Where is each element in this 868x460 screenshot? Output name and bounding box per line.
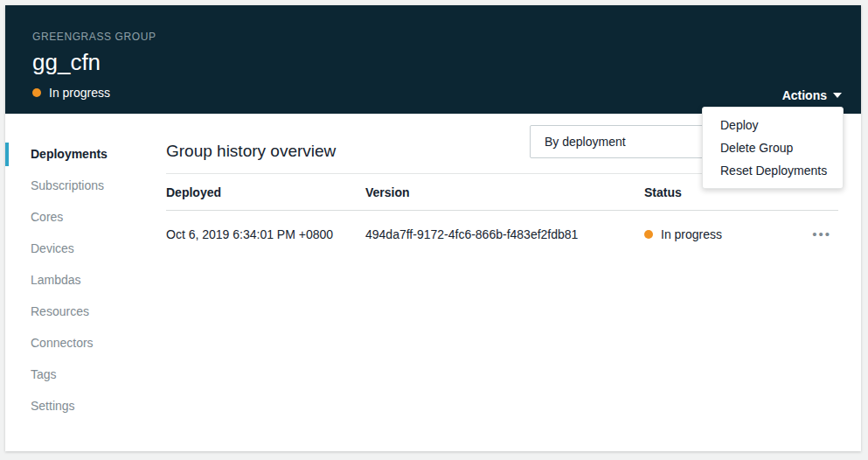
history-filter-select[interactable]: By deployment: [530, 125, 705, 158]
sidebar-item-resources[interactable]: Resources: [5, 296, 166, 327]
cell-deployed: Oct 6, 2019 6:34:01 PM +0800: [166, 227, 365, 241]
table-row: Oct 6, 2019 6:34:01 PM +0800 494da7ff-91…: [166, 211, 838, 241]
sidebar-item-tags[interactable]: Tags: [5, 359, 166, 390]
sidebar-item-cores[interactable]: Cores: [5, 201, 166, 233]
sidebar-item-devices[interactable]: Devices: [5, 233, 166, 264]
sidebar-nav: Deployments Subscriptions Cores Devices …: [5, 114, 166, 451]
sidebar-item-connectors[interactable]: Connectors: [5, 327, 166, 359]
page-title: gg_cfn: [32, 49, 861, 76]
sidebar-item-deployments[interactable]: Deployments: [5, 138, 166, 170]
actions-button-label: Actions: [782, 88, 827, 102]
cell-status: In progress •••: [644, 227, 838, 241]
menu-item-reset-deployments[interactable]: Reset Deployments: [703, 159, 843, 182]
sidebar-item-settings[interactable]: Settings: [5, 390, 166, 422]
group-status: In progress: [32, 86, 861, 100]
app-card: GREENGRASS GROUP gg_cfn In progress Acti…: [5, 5, 861, 451]
status-label: In progress: [49, 86, 110, 100]
ellipsis-icon[interactable]: •••: [812, 230, 838, 239]
sidebar-item-subscriptions[interactable]: Subscriptions: [5, 170, 166, 201]
actions-dropdown-menu: Deploy Delete Group Reset Deployments: [702, 107, 844, 189]
history-filter-value: By deployment: [545, 135, 626, 149]
column-header-version: Version: [365, 185, 644, 199]
group-type-label: GREENGRASS GROUP: [32, 31, 861, 43]
menu-item-delete-group[interactable]: Delete Group: [703, 136, 843, 159]
caret-down-icon: [833, 93, 842, 98]
sidebar-item-lambdas[interactable]: Lambdas: [5, 264, 166, 296]
actions-button[interactable]: Actions: [782, 88, 842, 102]
group-header: GREENGRASS GROUP gg_cfn In progress Acti…: [5, 5, 861, 114]
status-dot-icon: [644, 230, 653, 239]
cell-version: 494da7ff-9172-4fc6-866b-f483ef2fdb81: [365, 227, 644, 241]
status-dot-icon: [32, 88, 41, 97]
column-header-deployed: Deployed: [166, 185, 365, 199]
row-status-label: In progress: [661, 227, 722, 241]
menu-item-deploy[interactable]: Deploy: [703, 114, 843, 136]
